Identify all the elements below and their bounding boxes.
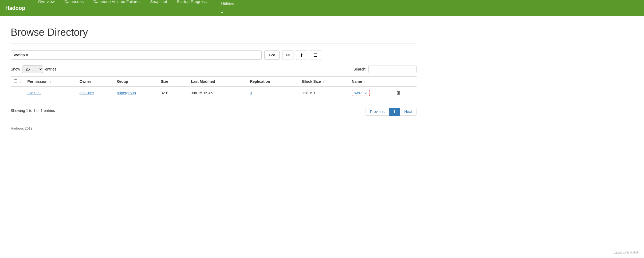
- cell-block-size: 128 MB: [299, 87, 349, 99]
- select-all-checkbox[interactable]: [14, 79, 17, 83]
- sort-modified-icon: ↕: [217, 80, 219, 83]
- cell-name: word.txt: [348, 87, 391, 99]
- sort-blocksize-icon: ↕: [323, 80, 324, 83]
- th-permission: Permission ↕: [24, 77, 76, 87]
- pagination: Previous 1 Next: [366, 108, 417, 116]
- cell-replication: 3: [247, 87, 299, 99]
- prev-button[interactable]: Previous: [366, 108, 389, 116]
- table-body: -rw-r--r-- ec2-user supergroup 32 B Jun …: [11, 87, 417, 99]
- sort-name-icon: ↕: [364, 80, 366, 83]
- nav-datanode-volume-failures[interactable]: Datanode Volume Failures: [89, 0, 146, 6]
- delete-button[interactable]: 🗑: [395, 89, 403, 96]
- path-input[interactable]: [11, 50, 262, 60]
- page-title: Browse Directory: [11, 27, 417, 38]
- nav-datanodes[interactable]: Datanodes: [60, 0, 89, 6]
- sort-replication-icon: ↕: [272, 80, 274, 83]
- upload-icon-button[interactable]: ⬆: [296, 50, 307, 60]
- nav-utilities-dropdown[interactable]: Utilities ▾: [211, 0, 244, 19]
- group-link[interactable]: supergroup: [117, 91, 136, 95]
- folder-icon: 🗂: [286, 53, 290, 57]
- footer-text: Hadoop, 2019.: [11, 126, 33, 130]
- sort-group-icon: ↕: [130, 80, 132, 83]
- go-button[interactable]: Go!: [264, 50, 280, 60]
- search-box: Search:: [354, 65, 417, 73]
- upload-icon: ⬆: [300, 53, 303, 58]
- th-size: Size ↕: [158, 77, 188, 87]
- nav-startup-progress[interactable]: Startup Progress: [172, 0, 212, 6]
- th-last-modified: Last Modified ↕: [188, 77, 247, 87]
- th-actions: [391, 77, 417, 87]
- row-checkbox-cell: [11, 87, 24, 99]
- table-icon-button[interactable]: ☰: [310, 50, 321, 60]
- cell-size: 32 B: [158, 87, 188, 99]
- sort-owner-icon: ↕: [93, 80, 95, 83]
- sort-icon: ↕: [19, 80, 21, 83]
- table-header: ↕ Permission ↕ Owner ↕ Group ↕ Size ↕: [11, 77, 417, 87]
- show-entries: Show 10 25 50 100 entries: [11, 65, 56, 73]
- sort-permission-icon: ↕: [50, 80, 51, 83]
- table-row: -rw-r--r-- ec2-user supergroup 32 B Jun …: [11, 87, 417, 99]
- entries-label: entries: [45, 67, 56, 71]
- list-icon: ☰: [314, 53, 317, 58]
- divider: [11, 44, 417, 44]
- th-block-size: Block Size ↕: [299, 77, 349, 87]
- footer: Hadoop, 2019.: [0, 121, 644, 136]
- controls-row: Show 10 25 50 100 entries Search:: [11, 65, 417, 73]
- show-label: Show: [11, 67, 20, 71]
- pagination-info: Showing 1 to 1 of 1 entries: [11, 106, 55, 113]
- nav-brand[interactable]: Hadoop: [5, 5, 25, 11]
- folder-icon-button[interactable]: 🗂: [282, 50, 293, 60]
- cell-last-modified: Jun 15 16:46: [188, 87, 247, 99]
- cell-delete: 🗑: [391, 87, 417, 99]
- nav-snapshot[interactable]: Snapshot: [145, 0, 172, 6]
- th-checkbox: ↕: [11, 77, 24, 87]
- search-label: Search:: [354, 67, 366, 71]
- sort-size-icon: ↕: [170, 80, 172, 83]
- replication-link[interactable]: 3: [250, 91, 252, 95]
- entries-select[interactable]: 10 25 50 100: [22, 65, 43, 73]
- nav-overview[interactable]: Overview: [33, 0, 60, 6]
- chevron-down-icon: ▾: [216, 8, 239, 17]
- cell-group: supergroup: [114, 87, 158, 99]
- files-table: ↕ Permission ↕ Owner ↕ Group ↕ Size ↕: [11, 76, 417, 99]
- th-name: Name ↕: [348, 77, 391, 87]
- search-input[interactable]: [368, 65, 417, 73]
- th-replication: Replication ↕: [247, 77, 299, 87]
- cell-permission: -rw-r--r--: [24, 87, 76, 99]
- row-checkbox[interactable]: [14, 91, 17, 94]
- owner-link[interactable]: ec2-user: [80, 91, 94, 95]
- nav-links: Overview Datanodes Datanode Volume Failu…: [33, 0, 244, 19]
- page-1-button[interactable]: 1: [389, 108, 400, 116]
- cell-owner: ec2-user: [76, 87, 114, 99]
- main-content: Browse Directory Go! 🗂 ⬆ ☰ Show 10 25 50…: [0, 16, 427, 121]
- next-button[interactable]: Next: [400, 108, 417, 116]
- path-bar: Go! 🗂 ⬆ ☰: [11, 50, 417, 60]
- navbar: Hadoop Overview Datanodes Datanode Volum…: [0, 0, 644, 16]
- file-link[interactable]: word.txt: [352, 90, 370, 96]
- permission-link[interactable]: -rw-r--r--: [27, 91, 41, 95]
- th-owner: Owner ↕: [76, 77, 114, 87]
- th-group: Group ↕: [114, 77, 158, 87]
